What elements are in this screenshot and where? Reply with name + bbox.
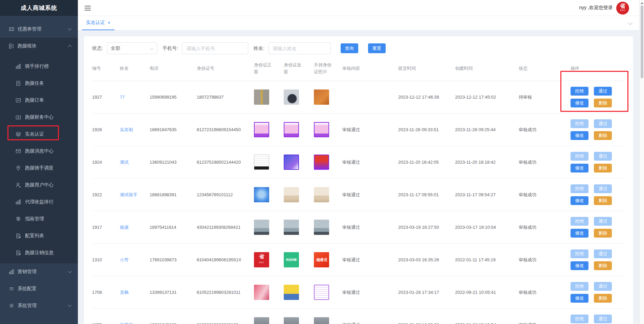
handheld-idcard-thumbnail[interactable] <box>314 317 329 324</box>
edit-button[interactable]: 修改 <box>571 196 588 205</box>
idcard-front-thumbnail[interactable] <box>254 187 269 202</box>
row-submit-time: 2023-12-12 17:46:39 <box>398 95 439 100</box>
sidebar-item-errand-rider-dispatch[interactable]: 跑腿骑手调度 <box>0 160 78 177</box>
idcard-back-thumbnail[interactable] <box>284 220 299 235</box>
approve-button[interactable]: 通过 <box>594 87 612 96</box>
status-text: 审核成功 <box>519 160 536 165</box>
edit-button[interactable]: 修改 <box>571 294 588 303</box>
approve-button: 通过 <box>594 315 612 323</box>
phone-input[interactable] <box>182 42 248 54</box>
edit-button[interactable]: 修改 <box>571 261 588 270</box>
delete-button[interactable]: 删除 <box>594 164 612 173</box>
column-header: 身份证正面 <box>254 62 275 75</box>
main-content: 状态: 全部 手机号: 姓名: 查询 重置 编号姓名电话身份证号身份证正面身份证… <box>78 31 639 324</box>
scrollbar-thumb[interactable] <box>641 5 643 78</box>
handheld-idcard-thumbnail[interactable] <box>314 89 329 105</box>
handheld-idcard-thumbnail[interactable] <box>314 187 329 202</box>
idcard-back-thumbnail[interactable] <box>284 89 299 105</box>
app-title: 成人商城系统 <box>0 0 78 16</box>
sidebar-item-guide-management[interactable]: 指南管理 <box>0 210 78 227</box>
rider-name-link[interactable]: 77 <box>120 95 125 100</box>
rider-name-link[interactable]: 吴畅 <box>120 290 129 295</box>
sidebar-item-errand-module[interactable]: 跑腿模块 <box>0 38 78 55</box>
sidebar-item-errand-tasks[interactable]: 跑腿任务 <box>0 75 78 92</box>
reject-button: 拒绝 <box>571 249 588 258</box>
rider-name-link[interactable]: 测试 <box>120 160 129 165</box>
hamburger-menu-icon[interactable] <box>85 4 91 11</box>
rider-name-link[interactable]: 测试骑手 <box>120 192 137 197</box>
sidebar-item-label: 骑手排行榜 <box>25 63 49 69</box>
row-phone: 13609121043 <box>150 160 177 165</box>
handheld-idcard-thumbnail[interactable] <box>314 155 329 170</box>
row-create-time: 2023-11-20 16:18:42 <box>455 160 496 165</box>
idcard-back-thumbnail[interactable] <box>284 155 299 170</box>
edit-button[interactable]: 修改 <box>571 229 588 238</box>
idcard-back-thumbnail[interactable]: 码兄到家 <box>284 252 299 267</box>
status-select-value: 全部 <box>111 45 120 52</box>
sidebar-item-coupon-management[interactable]: 优惠券管理 <box>0 21 78 38</box>
idcard-front-thumbnail[interactable]: 省SQX <box>254 252 269 267</box>
sidebar-item-agent-earnings-ranking[interactable]: 代理收益排行 <box>0 194 78 210</box>
sidebar-item-realname-auth[interactable]: 实名认证 <box>0 126 78 143</box>
scrollbar-up-arrow[interactable] <box>641 2 643 4</box>
column-header: 操作 <box>571 65 626 72</box>
delete-button[interactable]: 删除 <box>594 131 612 140</box>
tab-realname-auth[interactable]: 实名认证 × <box>82 16 114 30</box>
idcard-front-thumbnail[interactable] <box>254 122 269 137</box>
avatar[interactable]: 省 SQX <box>616 2 629 15</box>
sidebar-item-config-list[interactable]: 配置列表 <box>0 227 78 244</box>
edit-button[interactable]: 修改 <box>571 99 588 107</box>
sidebar-item-rider-ranking[interactable]: 骑手排行榜 <box>0 58 78 75</box>
handheld-idcard-thumbnail[interactable]: 地推兄 <box>314 252 329 267</box>
reject-button[interactable]: 拒绝 <box>571 87 588 96</box>
status-select[interactable]: 全部 <box>107 42 157 54</box>
delete-button[interactable]: 删除 <box>594 99 612 107</box>
idcard-back-thumbnail[interactable] <box>284 317 299 324</box>
idcard-front-thumbnail[interactable] <box>254 285 269 300</box>
delete-button[interactable]: 删除 <box>594 294 612 303</box>
rider-name-link[interactable]: 杨康 <box>120 225 129 230</box>
sidebar-item-errand-orders[interactable]: 跑腿订单 <box>0 92 78 109</box>
sidebar-item-errand-user-center[interactable]: 跑腿用户中心 <box>0 177 78 194</box>
handheld-idcard-thumbnail[interactable] <box>314 285 329 300</box>
edit-button[interactable]: 修改 <box>571 131 588 140</box>
rider-name-link[interactable]: 马顺畅 <box>120 322 133 324</box>
sidebar-item-label: 系统管理 <box>18 303 37 309</box>
sidebar-item-system-config[interactable]: 系统配置 <box>0 280 78 297</box>
sidebar-item-errand-finance-center[interactable]: 跑腿财务中心 <box>0 109 78 126</box>
sidebar-item-marketing-management[interactable]: 营销管理 <box>0 263 78 280</box>
tab-close-icon[interactable]: × <box>108 20 110 25</box>
tabbar-chevron-down-icon[interactable] <box>628 21 632 25</box>
sidebar-item-system-management[interactable]: 系统管理 <box>0 297 78 314</box>
row-id: 1310 <box>92 257 102 262</box>
row-actions: 拒绝通过修改删除 <box>571 87 615 107</box>
rider-name-link[interactable]: 小芳 <box>120 257 129 262</box>
reject-button: 拒绝 <box>571 282 588 291</box>
edit-button[interactable]: 修改 <box>571 164 588 173</box>
row-id: 1922 <box>92 192 102 197</box>
sidebar-menu: 优惠券管理跑腿模块骑手排行榜跑腿任务跑腿订单跑腿财务中心实名认证跑腿消息中心跑腿… <box>0 16 78 314</box>
idcard-front-thumbnail[interactable] <box>254 220 269 235</box>
rider-name-link[interactable]: 实名制 <box>120 127 133 132</box>
row-phone: 17691039873 <box>150 257 177 262</box>
handheld-idcard-thumbnail[interactable] <box>314 220 329 235</box>
delete-button[interactable]: 删除 <box>594 229 612 238</box>
idcard-front-thumbnail[interactable] <box>254 317 269 324</box>
sidebar-item-label: 优惠券管理 <box>18 26 41 32</box>
idcard-back-thumbnail[interactable] <box>284 122 299 137</box>
delete-button[interactable]: 删除 <box>594 261 612 270</box>
name-filter-label: 姓名: <box>254 45 264 52</box>
sidebar-item-errand-message-center[interactable]: 跑腿消息中心 <box>0 143 78 160</box>
handheld-idcard-thumbnail[interactable] <box>314 122 329 137</box>
finance-icon <box>16 115 21 120</box>
search-button[interactable]: 查询 <box>341 43 358 53</box>
table-row: 1310小芳1769103987361040419960619551X省SQX码… <box>92 244 626 276</box>
reset-button[interactable]: 重置 <box>368 43 386 53</box>
sidebar-item-errand-logout-info[interactable]: 跑腿注销信息 <box>0 244 78 261</box>
idcard-back-thumbnail[interactable] <box>284 285 299 300</box>
name-input[interactable] <box>269 42 331 54</box>
idcard-front-thumbnail[interactable] <box>254 89 269 105</box>
idcard-front-thumbnail[interactable] <box>254 155 269 170</box>
delete-button[interactable]: 删除 <box>594 196 612 205</box>
idcard-back-thumbnail[interactable] <box>284 187 299 202</box>
